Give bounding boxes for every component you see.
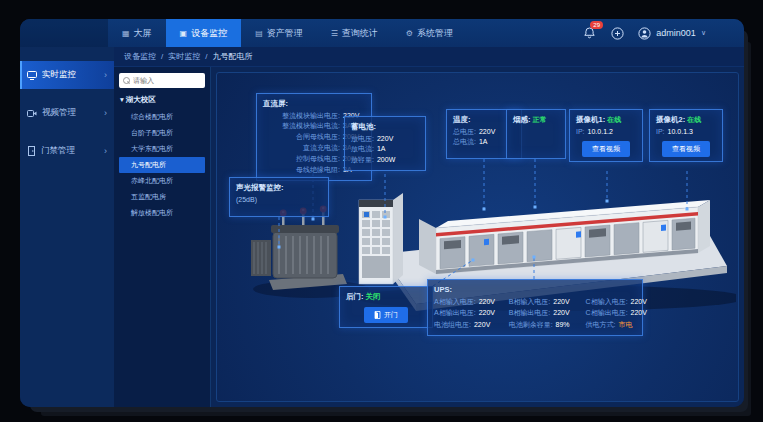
breadcrumb-separator: / xyxy=(205,52,207,61)
door-open-icon xyxy=(374,311,381,319)
panel-smoke-detector: 烟感: 正常 xyxy=(506,109,566,159)
nav-label: 设备监控 xyxy=(191,27,227,40)
panel-battery: 蓄电池: 放电压:220V 放电流:1A 放容量:200W xyxy=(344,116,426,171)
header-right: 29 admin001 ∨ xyxy=(582,19,744,47)
panel-sound-light-alarm: 声光报警监控: (25dB) xyxy=(229,177,329,217)
monitor-icon: ▣ xyxy=(180,29,188,38)
tree-item[interactable]: 五监配电房 xyxy=(119,189,205,205)
app-screen: ▦ 大屏 ▣ 设备监控 ▤ 资产管理 ☰ 查询统计 ⚙ 系统管理 xyxy=(0,0,763,422)
view-video-button-2[interactable]: 查看视频 xyxy=(662,141,710,157)
camera2-status: 在线 xyxy=(687,116,701,123)
panel-title: 蓄电池: xyxy=(351,121,419,133)
panel-ups: UPS: A相输入电压:220V B相输入电压:220V C相输入电压:220V… xyxy=(427,279,643,336)
nav-label: 查询统计 xyxy=(342,27,378,40)
tree-item[interactable]: 赤峰北配电所 xyxy=(119,173,205,189)
tree-item[interactable]: 解放楼配电所 xyxy=(119,205,205,221)
tree-item[interactable]: 台阶子配电所 xyxy=(119,125,205,141)
tree-item[interactable]: 综合楼配电所 xyxy=(119,109,205,125)
breadcrumb-item[interactable]: 实时监控 xyxy=(168,51,200,62)
nav-label: 大屏 xyxy=(134,27,152,40)
gear-icon: ⚙ xyxy=(406,29,413,38)
panel-title: 直流屏: xyxy=(263,98,365,110)
nav-item-system[interactable]: ⚙ 系统管理 xyxy=(392,19,467,47)
search-icon xyxy=(123,77,130,84)
logo-area xyxy=(20,19,108,47)
camera1-ip: 10.0.1.2 xyxy=(588,127,613,138)
nav-item-query-stats[interactable]: ☰ 查询统计 xyxy=(317,19,392,47)
breadcrumb-current: 九号配电所 xyxy=(212,51,252,62)
door-access-icon xyxy=(27,146,36,156)
monitor-content: 直流屏: 整流模块输出电压:220V 整流模块输出电流:3A 合闸母线电压:20… xyxy=(211,67,744,407)
app-window: ▦ 大屏 ▣ 设备监控 ▤ 资产管理 ☰ 查询统计 ⚙ 系统管理 xyxy=(20,19,744,407)
nav-item-assets[interactable]: ▤ 资产管理 xyxy=(241,19,317,47)
chevron-down-icon: ∨ xyxy=(701,29,706,37)
chevron-right-icon: › xyxy=(104,146,107,156)
camera2-ip: 10.0.1.3 xyxy=(668,127,693,138)
user-avatar-icon xyxy=(638,27,651,40)
left-sidebar: 实时监控 › 视频管理 › 门禁管理 › xyxy=(20,47,114,407)
panel-rear-door: 后门: 关闭 开门 xyxy=(339,286,433,328)
nav-label: 系统管理 xyxy=(417,27,453,40)
sidebar-item-label: 门禁管理 xyxy=(41,145,75,157)
breadcrumb-separator: / xyxy=(161,52,163,61)
sidebar-item-video-manage[interactable]: 视频管理 › xyxy=(20,99,114,127)
alarm-value: (25dB) xyxy=(236,195,322,206)
sidebar-item-label: 实时监控 xyxy=(42,69,76,81)
realtime-monitor-icon xyxy=(27,71,37,80)
video-camera-icon xyxy=(27,109,37,118)
nav-label: 资产管理 xyxy=(267,27,303,40)
panel-title: 声光报警监控: xyxy=(236,182,322,194)
panel-title: UPS: xyxy=(434,284,636,296)
asset-box-icon: ▤ xyxy=(255,29,263,38)
user-menu[interactable]: admin001 ∨ xyxy=(638,27,706,40)
panel-camera-1: 摄像机1: 在线 IP:10.0.1.2 查看视频 xyxy=(569,109,643,162)
breadcrumb-item[interactable]: 设备监控 xyxy=(124,51,156,62)
breadcrumb: 设备监控 / 实时监控 / 九号配电所 xyxy=(114,47,744,67)
open-door-button[interactable]: 开门 xyxy=(364,307,408,323)
dashboard-icon: ▦ xyxy=(122,29,130,38)
nav-item-device-monitor[interactable]: ▣ 设备监控 xyxy=(166,19,242,47)
nav-item-dashboard[interactable]: ▦ 大屏 xyxy=(108,19,166,47)
tree-search[interactable] xyxy=(119,73,205,88)
tree-item[interactable]: 大学东配电所 xyxy=(119,141,205,157)
door-status: 关闭 xyxy=(366,292,381,301)
notification-badge: 29 xyxy=(590,21,603,29)
sidebar-item-realtime-monitor[interactable]: 实时监控 › xyxy=(20,61,114,89)
stats-icon: ☰ xyxy=(331,29,338,38)
notification-bell-icon[interactable]: 29 xyxy=(582,26,596,40)
tree-search-input[interactable] xyxy=(133,77,201,84)
camera1-status: 在线 xyxy=(607,116,621,123)
fullscreen-icon[interactable] xyxy=(610,26,624,40)
sidebar-item-access-control[interactable]: 门禁管理 › xyxy=(20,137,114,165)
top-header: ▦ 大屏 ▣ 设备监控 ▤ 资产管理 ☰ 查询统计 ⚙ 系统管理 xyxy=(20,19,744,47)
tree-item-selected[interactable]: 九号配电所 xyxy=(119,157,205,173)
chevron-right-icon: › xyxy=(104,108,107,118)
tree-root-node[interactable]: ▾ 湖大校区 xyxy=(120,95,205,105)
top-nav: ▦ 大屏 ▣ 设备监控 ▤ 资产管理 ☰ 查询统计 ⚙ 系统管理 xyxy=(108,19,467,47)
ups-power-source: 市电 xyxy=(619,320,641,331)
view-video-button-1[interactable]: 查看视频 xyxy=(582,141,630,157)
smoke-status: 正常 xyxy=(532,116,546,123)
chevron-right-icon: › xyxy=(104,70,107,80)
panel-camera-2: 摄像机2: 在线 IP:10.0.1.3 查看视频 xyxy=(649,109,723,162)
username: admin001 xyxy=(656,28,696,38)
sidebar-item-label: 视频管理 xyxy=(42,107,76,119)
panel-title: 烟感: xyxy=(513,115,531,124)
station-tree-panel: ▾ 湖大校区 综合楼配电所 台阶子配电所 大学东配电所 九号配电所 赤峰北配电所… xyxy=(114,67,211,407)
